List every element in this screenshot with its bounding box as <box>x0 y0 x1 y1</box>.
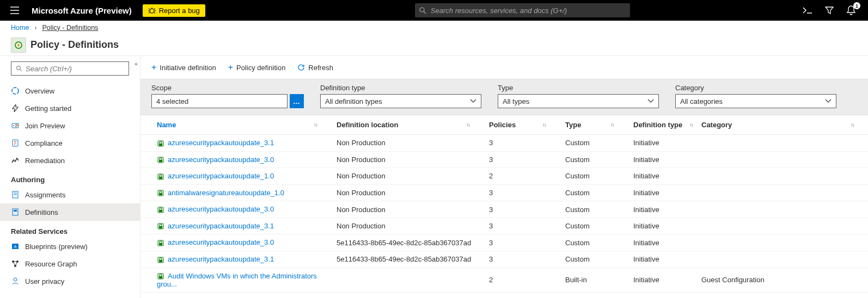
svg-point-1 <box>420 8 424 12</box>
refresh-button[interactable]: Refresh <box>297 64 333 72</box>
category-value: All categories <box>680 97 723 105</box>
definitions-table: Name↑↓ Definition location↑↓ Policies↑↓ … <box>140 115 868 298</box>
cell-policies: 3 <box>484 151 560 168</box>
global-search-placeholder: Search resources, services, and docs (G+… <box>431 7 567 15</box>
definition-link[interactable]: azuresecuritypackautoupdate_3.0 <box>168 205 274 213</box>
hamburger-icon[interactable] <box>4 0 25 21</box>
sort-icon: ↑↓ <box>466 122 469 128</box>
preview-icon <box>11 121 20 130</box>
scope-value: 4 selected <box>156 97 188 105</box>
cell-location: 5e116433-8b65-49ec-8d2c-85ab367037ad <box>331 251 484 268</box>
topbar: Microsoft Azure (Preview) Report a bug S… <box>0 0 868 21</box>
cell-type: Custom <box>560 135 628 152</box>
cell-policies: 2 <box>484 168 560 185</box>
deftype-value: All definition types <box>325 97 382 105</box>
cell-type: Custom <box>560 168 628 185</box>
cell-location: Non Production <box>331 218 484 234</box>
report-bug-button[interactable]: Report a bug <box>143 4 205 17</box>
cell-policies: 3 <box>484 251 560 268</box>
cell-category <box>696 218 868 234</box>
definition-link[interactable]: Audit Windows VMs in which the Administr… <box>157 272 317 289</box>
svg-point-5 <box>12 88 19 94</box>
filter-icon[interactable] <box>824 5 834 15</box>
sidebar-item-label: Remediation <box>25 157 65 165</box>
cell-deftype: Initiative <box>628 135 696 152</box>
col-name[interactable]: Name↑↓ <box>140 115 331 135</box>
search-icon <box>419 7 426 14</box>
notifications-icon[interactable]: 1 <box>846 5 856 15</box>
chevron-down-icon <box>825 99 832 103</box>
sort-icon: ↑↓ <box>314 122 317 128</box>
cell-deftype: Initiative <box>628 168 696 185</box>
col-deftype[interactable]: Definition type↑↓ <box>628 115 696 135</box>
report-bug-label: Report a bug <box>159 7 200 15</box>
definition-link[interactable]: azuresecuritypackautoupdate_3.0 <box>168 238 274 246</box>
definition-link[interactable]: azuresecuritypackautoupdate_3.1 <box>168 139 274 147</box>
cell-policies: 3 <box>484 234 560 251</box>
col-type[interactable]: Type↑↓ <box>560 115 628 135</box>
sidebar-item-blueprints[interactable]: A Blueprints (preview) <box>0 238 140 255</box>
sidebar-search-input[interactable] <box>26 65 124 73</box>
chevron-down-icon <box>647 99 654 103</box>
cell-location: Non Production <box>331 201 484 218</box>
sidebar-item-label: Assignments <box>25 191 65 199</box>
svg-rect-11 <box>14 210 17 212</box>
sidebar-item-assignments[interactable]: Assignments <box>0 186 140 203</box>
sidebar-item-label: Compliance <box>25 139 63 147</box>
sidebar-item-label: Resource Graph <box>25 260 77 268</box>
cloud-shell-icon[interactable] <box>803 5 812 15</box>
collapse-sidebar-icon[interactable]: « <box>135 60 138 67</box>
add-policy-button[interactable]: + Policy definition <box>228 63 286 72</box>
initiative-icon <box>157 173 164 181</box>
deftype-select[interactable]: All definition types <box>320 94 481 108</box>
category-select[interactable]: All categories <box>675 94 836 108</box>
type-select[interactable]: All types <box>498 94 659 108</box>
col-category[interactable]: Category↑↓ <box>696 115 868 135</box>
definition-link[interactable]: azuresecuritypackautoupdate_3.0 <box>168 156 274 164</box>
sidebar-item-join-preview[interactable]: Join Preview <box>0 117 140 134</box>
definition-link[interactable]: antimalwaresignatureautoupdate_1.0 <box>168 189 284 197</box>
cell-location: Non Production <box>331 168 484 185</box>
filter-category-label: Category <box>675 84 836 92</box>
cell-deftype: Initiative <box>628 184 696 201</box>
page-header: Policy - Definitions <box>0 34 868 56</box>
svg-rect-25 <box>159 193 162 195</box>
sidebar-item-user-privacy[interactable]: User privacy <box>0 272 140 290</box>
initiative-icon <box>157 272 164 280</box>
sidebar-item-resource-graph[interactable]: Resource Graph <box>0 255 140 272</box>
svg-point-17 <box>14 278 17 281</box>
definition-link[interactable]: azuresecuritypackautoupdate_3.1 <box>168 222 274 230</box>
col-policies[interactable]: Policies↑↓ <box>484 115 560 135</box>
sidebar-item-label: Join Preview <box>25 122 65 130</box>
initiative-icon <box>157 206 164 214</box>
scope-select[interactable]: 4 selected <box>151 94 288 108</box>
initiative-icon <box>157 189 164 197</box>
cell-type: Built-in <box>560 268 628 293</box>
cell-type: Custom <box>560 201 628 218</box>
table-row: azuresecuritypackautoupdate_3.0Non Produ… <box>140 201 868 218</box>
cell-type: Custom <box>560 251 628 268</box>
initiative-icon <box>157 256 164 264</box>
breadcrumb-home[interactable]: Home <box>11 24 29 32</box>
definition-link[interactable]: azuresecuritypackautoupdate_1.0 <box>168 172 274 180</box>
cell-location: Non Production <box>331 184 484 201</box>
cell-type: Custom <box>560 218 628 234</box>
svg-text:A: A <box>14 245 17 249</box>
sort-icon: ↑↓ <box>610 122 614 128</box>
definition-link[interactable]: azuresecuritypackautoupdate_3.1 <box>168 255 274 263</box>
sidebar-item-definitions[interactable]: Definitions <box>0 203 140 221</box>
scope-picker-button[interactable]: … <box>290 94 304 108</box>
sidebar-search[interactable] <box>11 61 129 76</box>
sidebar-item-overview[interactable]: Overview <box>0 82 140 100</box>
sidebar-item-getting-started[interactable]: Getting started <box>0 100 140 117</box>
col-location[interactable]: Definition location↑↓ <box>331 115 484 135</box>
sidebar-item-remediation[interactable]: Remediation <box>0 152 140 169</box>
svg-rect-31 <box>159 243 162 245</box>
add-initiative-button[interactable]: + Initiative definition <box>151 63 216 72</box>
cell-policies: 3 <box>484 184 560 201</box>
resource-graph-icon <box>11 259 20 268</box>
cell-location: 5e116433-8b65-49ec-8d2c-85ab367037ad <box>331 234 484 251</box>
sidebar-item-compliance[interactable]: Compliance <box>0 134 140 152</box>
global-search[interactable]: Search resources, services, and docs (G+… <box>415 3 630 17</box>
cell-location: Non Production <box>331 135 484 152</box>
